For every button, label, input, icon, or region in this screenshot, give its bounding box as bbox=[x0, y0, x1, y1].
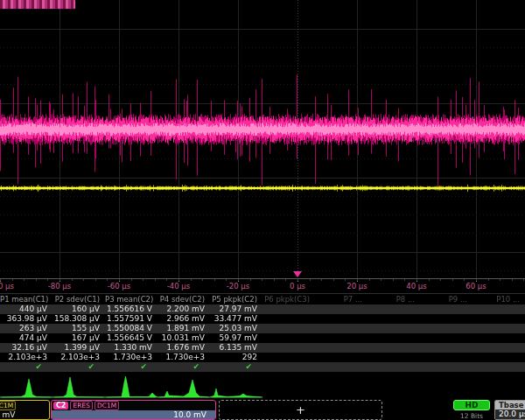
axis-minor-tick bbox=[83, 279, 84, 281]
axis-minor-tick bbox=[381, 279, 382, 281]
measure-column-header[interactable]: P5 pkpk(C2) bbox=[210, 295, 262, 304]
measure-value-cell bbox=[368, 353, 420, 362]
measure-value-cell bbox=[368, 324, 420, 333]
axis-minor-tick bbox=[250, 279, 251, 281]
measure-status-check bbox=[420, 362, 472, 372]
measure-value-cell bbox=[262, 343, 315, 353]
axis-minor-tick bbox=[464, 279, 465, 281]
trigger-position-marker[interactable] bbox=[293, 271, 302, 277]
time-tick-label: -20 µs bbox=[227, 282, 249, 290]
measure-value-cell bbox=[315, 353, 368, 362]
axis-minor-tick bbox=[238, 279, 239, 281]
measure-value-cell: 1.556616 V bbox=[105, 304, 158, 314]
measure-value-cell: 474 µV bbox=[0, 333, 52, 343]
measure-value-cell: 1.330 mV bbox=[105, 343, 158, 353]
measure-value-cell bbox=[472, 304, 525, 314]
axis-minor-tick bbox=[155, 279, 156, 281]
axis-minor-tick bbox=[131, 279, 132, 281]
time-tick-label: -100 µs bbox=[0, 282, 14, 290]
measure-value-cell: 10.031 mV bbox=[158, 333, 210, 343]
measure-value-cell bbox=[262, 353, 315, 362]
measure-value-cell: 2.200 mV bbox=[158, 304, 210, 314]
histicon bbox=[105, 374, 158, 400]
footer-bar: C1 ERESDC1M 10.0 mV C2 ERESDC1M 10.0 mV … bbox=[0, 400, 525, 420]
timebase-title: Tbase bbox=[495, 401, 525, 410]
measure-value-cell bbox=[420, 353, 472, 362]
timebase-descriptor[interactable]: Tbase 20.0 µs bbox=[494, 400, 525, 420]
axis-minor-tick bbox=[321, 279, 322, 281]
measure-value-cell bbox=[368, 343, 420, 353]
measure-value-cell bbox=[472, 324, 525, 333]
axis-minor-tick bbox=[143, 279, 144, 281]
hd-indicator: HD 12 Bits bbox=[453, 400, 490, 420]
axis-minor-tick bbox=[178, 279, 179, 281]
measure-status-check bbox=[368, 362, 420, 372]
hd-badge: HD bbox=[453, 400, 490, 410]
measure-value-cell: 1.730e+3 bbox=[158, 353, 210, 362]
oscilloscope-screen: -100 µs-80 µs-60 µs-40 µs-20 µs0 µs20 µs… bbox=[0, 0, 525, 420]
axis-minor-tick bbox=[72, 279, 73, 281]
axis-minor-tick bbox=[500, 279, 500, 281]
measure-value-cell bbox=[368, 333, 420, 343]
measure-value-cell bbox=[472, 314, 525, 324]
axis-minor-tick bbox=[119, 279, 120, 281]
measure-column-header[interactable]: P8 ... bbox=[368, 295, 420, 304]
axis-minor-tick bbox=[0, 279, 1, 281]
measure-value-cell bbox=[368, 314, 420, 324]
timebase-value: 20.0 µs bbox=[495, 410, 525, 419]
measure-value-cell: 1.556645 V bbox=[105, 333, 158, 343]
measure-value-cell: 32.16 µV bbox=[0, 343, 52, 353]
measure-column-header[interactable]: P7 ... bbox=[315, 295, 368, 304]
axis-minor-tick bbox=[166, 279, 167, 281]
time-tick-label: 40 µs bbox=[406, 282, 426, 290]
axis-minor-tick bbox=[202, 279, 203, 281]
axis-minor-tick bbox=[345, 279, 346, 281]
measure-value-cell bbox=[420, 314, 472, 324]
measure-value-cell bbox=[472, 333, 525, 343]
measure-value-cell: 1.550084 V bbox=[105, 324, 158, 333]
measure-column-header[interactable]: P3 mean(C2) bbox=[105, 295, 158, 304]
histicon bbox=[52, 374, 105, 400]
histicon bbox=[0, 374, 52, 400]
measure-value-cell: 33.477 mV bbox=[210, 314, 262, 324]
axis-minor-tick bbox=[333, 279, 334, 281]
measure-status-check: ✔ bbox=[105, 362, 158, 372]
axis-minor-tick bbox=[191, 279, 192, 281]
axis-minor-tick bbox=[285, 279, 286, 281]
measure-value-cell: 363.98 µV bbox=[0, 314, 52, 324]
channel-descriptor-c1[interactable]: C1 ERESDC1M 10.0 mV bbox=[0, 400, 50, 420]
measure-column-header[interactable]: P6 pkpk(C3) bbox=[262, 295, 315, 304]
measure-value-cell bbox=[315, 314, 368, 324]
measure-value-cell: 27.97 mV bbox=[210, 304, 262, 314]
c2-badge: C2 bbox=[53, 402, 68, 410]
axis-minor-tick bbox=[310, 279, 311, 281]
axis-minor-tick bbox=[452, 279, 453, 281]
measure-value-cell bbox=[420, 304, 472, 314]
axis-minor-tick bbox=[214, 279, 215, 281]
measure-column-header[interactable]: P1 mean(C1) bbox=[0, 295, 52, 304]
time-tick-label: 20 µs bbox=[346, 282, 367, 290]
measure-column-header[interactable]: P9 ... bbox=[420, 295, 472, 304]
add-channel-button[interactable]: + bbox=[219, 400, 382, 420]
c2-volts-per-div: 10.0 mV bbox=[52, 410, 215, 419]
axis-minor-tick bbox=[393, 279, 394, 281]
measure-status-check: ✔ bbox=[158, 362, 210, 372]
channel-descriptor-c2[interactable]: C2 ERESDC1M 10.0 mV bbox=[51, 400, 216, 420]
measure-value-cell: 292 bbox=[210, 353, 262, 362]
measure-value-cell: 440 µV bbox=[0, 304, 52, 314]
axis-minor-tick bbox=[429, 279, 430, 281]
measure-column-header[interactable]: P10 ... bbox=[472, 295, 525, 304]
measure-column-header[interactable]: P4 sdev(C2) bbox=[158, 295, 210, 304]
measure-value-cell bbox=[315, 324, 368, 333]
trace-label-badge bbox=[0, 0, 75, 9]
histicon bbox=[158, 374, 210, 400]
axis-minor-tick bbox=[369, 279, 370, 281]
time-tick-label: 60 µs bbox=[466, 282, 486, 290]
measure-value-cell: 1.557591 V bbox=[105, 314, 158, 324]
coupling-chip: ERES bbox=[70, 401, 92, 410]
measure-value-cell: 263 µV bbox=[0, 324, 52, 333]
measure-status-check bbox=[315, 362, 368, 372]
axis-minor-tick bbox=[60, 279, 60, 281]
measure-column-header[interactable]: P2 sdev(C1) bbox=[52, 295, 105, 304]
measure-value-cell bbox=[420, 343, 472, 353]
